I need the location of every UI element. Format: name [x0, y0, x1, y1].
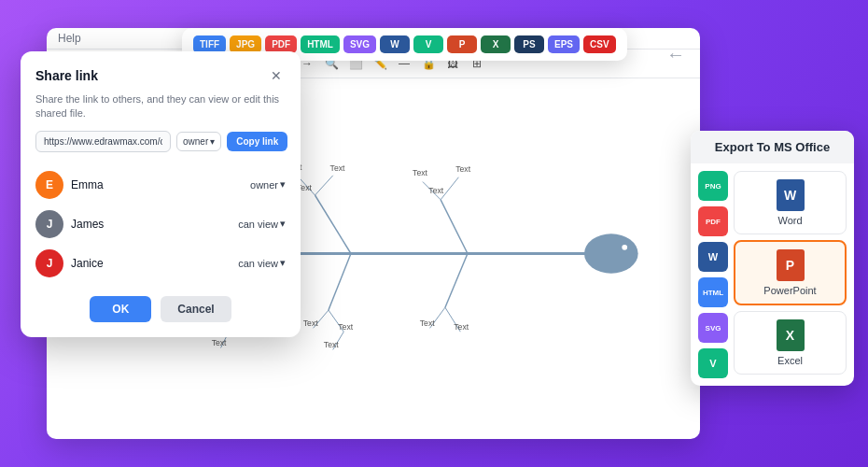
format-ps[interactable]: PS [514, 35, 544, 53]
svg-text:Text: Text [324, 340, 339, 349]
format-word[interactable]: W [380, 35, 410, 53]
svg-line-21 [445, 254, 468, 308]
share-link-input[interactable] [35, 131, 171, 152]
james-role-dropdown[interactable]: can view ▾ [238, 218, 286, 230]
export-panel: Export To MS Office PNG PDF W HTML SVG V… [691, 131, 854, 386]
format-excel[interactable]: X [481, 35, 511, 53]
svg-text:Text: Text [330, 163, 345, 173]
export-items: W Word P PowerPoint X Excel [734, 171, 847, 378]
format-ppt[interactable]: P [447, 35, 477, 53]
chevron-down-icon: ▾ [280, 218, 286, 230]
format-svg[interactable]: SVG [343, 35, 376, 53]
ppt-label: PowerPoint [763, 285, 816, 296]
svg-point-2 [622, 245, 627, 250]
export-item-ppt[interactable]: P PowerPoint [734, 240, 847, 305]
export-item-word[interactable]: W Word [734, 171, 847, 234]
arrow-indicator: ← [666, 44, 685, 65]
export-sidebar-word-side[interactable]: W [698, 242, 728, 272]
emma-role: owner [250, 179, 278, 191]
svg-text:Text: Text [338, 322, 353, 332]
share-link-dropdown[interactable]: owner ▾ [176, 132, 221, 151]
copy-link-button[interactable]: Copy link [227, 132, 287, 151]
emma-role-dropdown[interactable]: owner ▾ [250, 178, 286, 191]
export-panel-title: Export To MS Office [691, 131, 854, 163]
janice-name: Janice [71, 257, 238, 270]
excel-label: Excel [777, 355, 803, 366]
word-label: Word [777, 215, 802, 226]
svg-line-10 [441, 200, 468, 254]
emma-name: Emma [71, 178, 250, 191]
svg-line-9 [315, 176, 333, 195]
janice-role: can view [238, 258, 278, 269]
share-link-row: owner ▾ Copy link [35, 131, 286, 152]
janice-avatar: J [35, 249, 63, 277]
share-link-dropdown-label: owner [183, 136, 208, 147]
svg-text:Text: Text [454, 322, 469, 332]
share-dialog-title: Share link [35, 68, 98, 83]
format-eps[interactable]: EPS [548, 35, 580, 53]
export-sidebar-visio[interactable]: V [698, 348, 728, 378]
svg-line-7 [315, 195, 351, 254]
emma-avatar: E [35, 171, 63, 199]
svg-text:Text: Text [303, 318, 318, 328]
user-row-janice: J Janice can view ▾ [35, 244, 286, 283]
excel-icon: X [777, 319, 805, 351]
format-csv[interactable]: CSV [583, 35, 616, 53]
share-close-button[interactable]: ✕ [267, 66, 286, 85]
export-sidebar-html[interactable]: HTML [698, 277, 728, 307]
svg-text:Text: Text [428, 186, 443, 195]
svg-line-17 [329, 254, 351, 311]
export-sidebar-pdf[interactable]: PDF [698, 206, 728, 236]
ppt-icon: P [777, 249, 805, 281]
james-avatar: J [35, 210, 63, 238]
chevron-down-icon: ▾ [280, 178, 286, 191]
svg-point-1 [584, 234, 638, 273]
user-row-emma: E Emma owner ▾ [35, 165, 286, 205]
export-item-excel[interactable]: X Excel [734, 311, 847, 375]
svg-text:Text: Text [413, 168, 427, 177]
svg-text:Text: Text [420, 318, 435, 328]
cancel-button[interactable]: Cancel [161, 296, 231, 322]
share-dialog: Share link ✕ Share the link to others, a… [21, 51, 301, 337]
help-label: Help [58, 32, 81, 45]
export-sidebar: PNG PDF W HTML SVG V [698, 171, 728, 378]
svg-text:Text: Text [455, 164, 470, 174]
svg-text:Text: Text [212, 338, 227, 347]
james-name: James [71, 218, 238, 231]
format-html[interactable]: HTML [301, 35, 340, 53]
chevron-down-icon: ▾ [210, 136, 215, 147]
chevron-down-icon: ▾ [280, 257, 286, 269]
james-role: can view [238, 219, 278, 230]
export-panel-body: PNG PDF W HTML SVG V W Word P PowerPoint… [691, 163, 854, 386]
export-sidebar-svg[interactable]: SVG [698, 313, 728, 343]
format-visio[interactable]: V [413, 35, 443, 53]
share-dialog-header: Share link ✕ [35, 66, 286, 85]
user-row-james: J James can view ▾ [35, 205, 286, 244]
janice-role-dropdown[interactable]: can view ▾ [238, 257, 286, 269]
word-icon: W [777, 179, 805, 211]
share-description: Share the link to others, and they can v… [35, 92, 286, 121]
ok-button[interactable]: OK [90, 296, 151, 322]
share-dialog-footer: OK Cancel [35, 296, 286, 322]
export-sidebar-png[interactable]: PNG [698, 171, 728, 201]
